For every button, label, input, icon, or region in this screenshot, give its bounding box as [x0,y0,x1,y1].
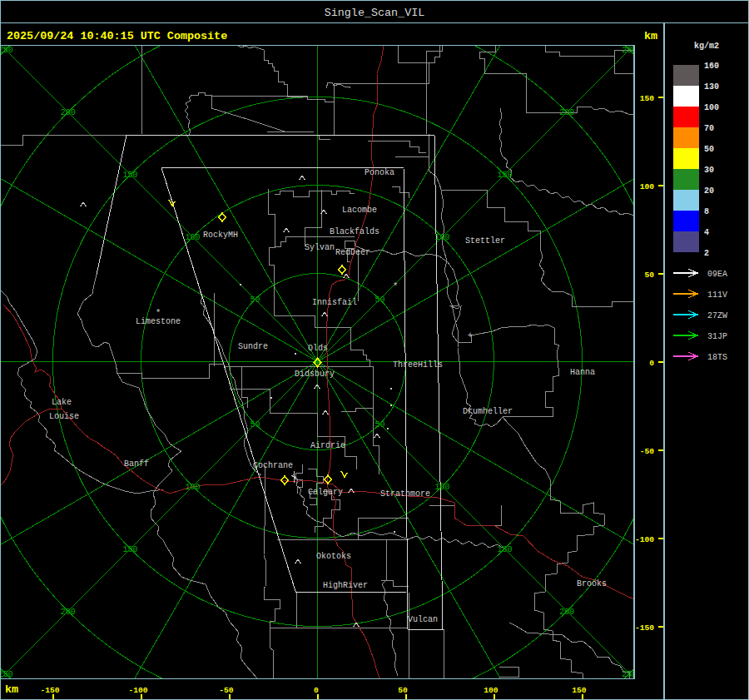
svg-text:Okotoks: Okotoks [316,552,351,561]
svg-text:-100: -100 [128,686,147,695]
svg-text:100: 100 [640,182,655,191]
svg-text:Ponoka: Ponoka [365,168,394,177]
svg-text:150: 150 [123,545,138,554]
svg-text:*: * [393,281,399,291]
svg-text:50: 50 [704,145,714,154]
svg-text:50: 50 [374,420,384,429]
svg-text:150: 150 [123,171,138,180]
svg-text:0: 0 [314,686,319,695]
svg-text:Airdrie: Airdrie [310,441,345,450]
svg-text:100: 100 [484,686,499,695]
svg-text:ThreeHills: ThreeHills [393,360,443,370]
svg-text:Drumheller: Drumheller [463,407,513,416]
svg-text:Strathmore: Strathmore [380,489,430,499]
svg-text:200: 200 [559,608,574,617]
svg-text:Limestone: Limestone [136,317,181,326]
svg-text:150: 150 [497,171,512,180]
svg-text:27ZW: 27ZW [707,311,727,320]
svg-text:Calgary: Calgary [308,488,343,497]
svg-text:200: 200 [61,108,76,117]
svg-text:-150: -150 [635,623,654,633]
svg-text:Louise: Louise [49,412,79,421]
svg-text:2: 2 [704,249,709,258]
svg-text:HighRiver: HighRiver [323,581,368,590]
svg-text:111V: 111V [707,290,727,300]
svg-text:20: 20 [704,186,714,196]
svg-text:30: 30 [704,166,714,175]
svg-text:2025/09/24 10:40:15 UTC Compos: 2025/09/24 10:40:15 UTC Composite [7,30,227,42]
svg-text:200: 200 [559,108,574,117]
svg-text:09EA: 09EA [707,270,727,279]
svg-text:Lacombe: Lacombe [342,206,377,215]
svg-text:Cochrane: Cochrane [253,461,293,470]
svg-text:250: 250 [0,670,13,679]
svg-text:150: 150 [497,545,512,554]
svg-text:kg/m2: kg/m2 [694,42,719,51]
svg-text:Olds: Olds [308,344,328,353]
svg-text:50: 50 [250,420,260,429]
svg-text:160: 160 [704,62,719,71]
svg-text:Lake: Lake [52,398,72,407]
svg-text:-50: -50 [640,447,655,456]
svg-text:RockyMH: RockyMH [203,231,238,240]
svg-text:Sylvan: Sylvan [305,243,335,252]
svg-text:100: 100 [186,233,201,242]
svg-text:50: 50 [374,295,384,305]
svg-text:50: 50 [644,271,654,280]
svg-text:18TS: 18TS [707,353,727,362]
svg-text:Brooks: Brooks [577,579,607,588]
svg-text:Banff: Banff [124,459,149,469]
svg-text:150: 150 [640,94,655,103]
svg-text:Single_Scan_VIL: Single_Scan_VIL [325,7,425,19]
svg-text:-50: -50 [219,686,234,695]
svg-text:Hanna: Hanna [570,368,595,377]
svg-text:4: 4 [704,228,709,237]
svg-text:50: 50 [398,686,408,695]
svg-text:200: 200 [61,608,76,617]
svg-text:70: 70 [704,124,714,133]
svg-text:Didsbury: Didsbury [295,370,335,379]
svg-text:8: 8 [704,207,709,216]
svg-text:100: 100 [704,103,719,112]
svg-text:Innisfail: Innisfail [312,298,357,307]
svg-text:0: 0 [649,359,654,368]
svg-text:100: 100 [434,233,449,242]
svg-text:km: km [5,683,18,696]
svg-text:km: km [644,30,657,42]
svg-text:130: 130 [704,82,719,92]
svg-text:-150: -150 [40,686,59,695]
svg-text:-100: -100 [635,535,654,544]
svg-text:Vulcan: Vulcan [408,615,438,624]
svg-text:100: 100 [434,483,449,492]
svg-text:100: 100 [186,483,201,492]
svg-text:31JP: 31JP [707,332,727,341]
svg-text:Sundre: Sundre [238,342,268,351]
svg-text:+: + [468,330,474,340]
svg-text:250: 250 [0,46,13,55]
svg-text:Blackfalds: Blackfalds [330,227,379,236]
svg-text:RedDeer: RedDeer [335,248,370,257]
svg-text:50: 50 [250,295,260,305]
svg-text:Stettler: Stettler [465,236,505,246]
svg-text:150: 150 [572,686,587,695]
